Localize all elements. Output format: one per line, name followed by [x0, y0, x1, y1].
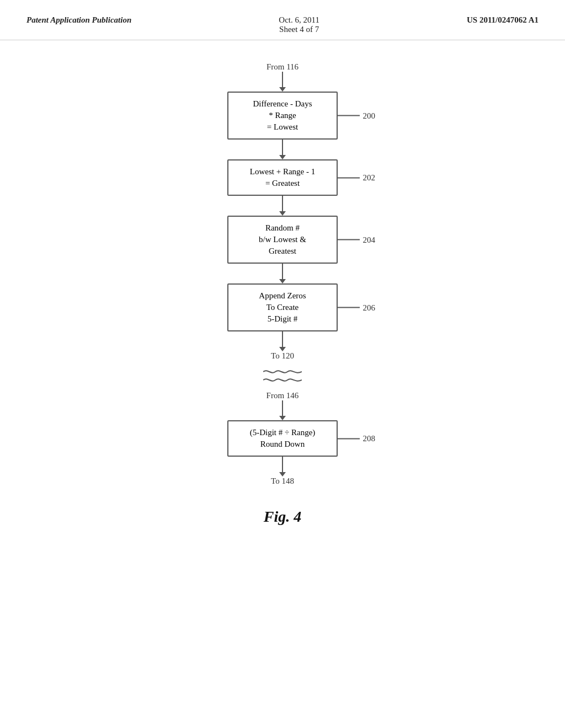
wavy-break: [263, 368, 302, 383]
box-208: (5-Digit # ÷ Range) Round Down 208: [227, 420, 338, 457]
label-208: 208: [338, 433, 376, 445]
label-200: 200: [338, 110, 376, 121]
box-208-text: (5-Digit # ÷ Range) Round Down: [250, 428, 316, 448]
arrow-4: [279, 264, 286, 283]
arrow-6: [279, 400, 286, 420]
box-208-row: (5-Digit # ÷ Range) Round Down 208: [227, 420, 338, 457]
box-204-row: Random # b/w Lowest & Greatest 204: [227, 216, 338, 264]
patent-number: US 2011/0247062 A1: [467, 15, 539, 25]
box-202-row: Lowest + Range - 1 = Greatest 202: [227, 159, 338, 196]
box-204-text: Random # b/w Lowest & Greatest: [259, 223, 306, 255]
label-206: 206: [338, 302, 376, 313]
arrow-5: [279, 331, 286, 351]
wavy-line-1: [263, 368, 302, 375]
arrow-3: [279, 196, 286, 216]
sheet-info: Sheet 4 of 7: [279, 25, 319, 34]
box-200-text: Difference - Days * Range = Lowest: [253, 99, 312, 131]
arrow-1: [279, 72, 286, 92]
label-204: 204: [338, 234, 376, 245]
box-202: Lowest + Range - 1 = Greatest 202: [227, 159, 338, 196]
box-206-row: Append Zeros To Create 5-Digit # 206: [227, 283, 338, 331]
box-202-text: Lowest + Range - 1 = Greatest: [250, 167, 315, 188]
from-116-label: From 116: [266, 62, 299, 72]
header-center: Oct. 6, 2011 Sheet 4 of 7: [279, 15, 319, 34]
flowchart-diagram: From 116 Difference - Days * Range = Low…: [0, 62, 565, 526]
arrow-7: [279, 457, 286, 477]
page-header: Patent Application Publication Oct. 6, 2…: [0, 0, 565, 40]
from-146-label: From 146: [266, 391, 299, 400]
publication-title: Patent Application Publication: [26, 15, 131, 25]
box-206: Append Zeros To Create 5-Digit # 206: [227, 283, 338, 331]
box-206-text: Append Zeros To Create 5-Digit #: [259, 291, 306, 323]
to-148-label: To 148: [271, 477, 294, 486]
box-204: Random # b/w Lowest & Greatest 204: [227, 216, 338, 264]
publication-date: Oct. 6, 2011: [279, 15, 319, 25]
figure-label: Fig. 4: [264, 508, 301, 526]
box-200: Difference - Days * Range = Lowest 200: [227, 92, 338, 140]
label-202: 202: [338, 172, 376, 184]
arrow-2: [279, 140, 286, 159]
box-200-row: Difference - Days * Range = Lowest 200: [227, 92, 338, 140]
wavy-line-2: [263, 377, 302, 383]
to-120-label: To 120: [271, 351, 294, 361]
